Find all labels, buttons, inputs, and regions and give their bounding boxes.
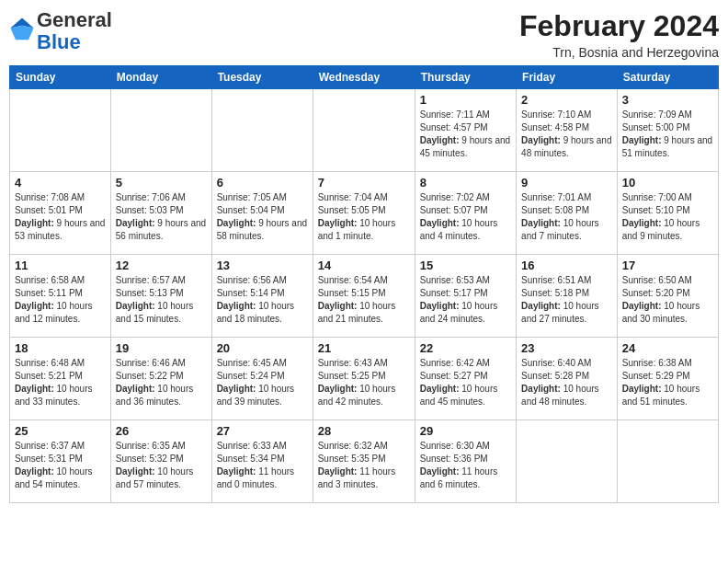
- calendar-cell: 29Sunrise: 6:30 AMSunset: 5:36 PMDayligh…: [415, 420, 516, 503]
- weekday-header-row: SundayMondayTuesdayWednesdayThursdayFrid…: [10, 66, 719, 89]
- calendar-cell: [313, 89, 415, 172]
- day-number: 18: [15, 341, 106, 355]
- calendar-cell: 25Sunrise: 6:37 AMSunset: 5:31 PMDayligh…: [10, 420, 111, 503]
- calendar-cell: 6Sunrise: 7:05 AMSunset: 5:04 PMDaylight…: [211, 172, 313, 255]
- day-number: 7: [318, 176, 410, 190]
- day-info: Sunrise: 6:58 AMSunset: 5:11 PMDaylight:…: [15, 274, 106, 326]
- day-number: 22: [420, 341, 511, 355]
- calendar-cell: 3Sunrise: 7:09 AMSunset: 5:00 PMDaylight…: [617, 89, 718, 172]
- day-info: Sunrise: 6:40 AMSunset: 5:28 PMDaylight:…: [521, 357, 612, 408]
- calendar-week-row: 25Sunrise: 6:37 AMSunset: 5:31 PMDayligh…: [10, 420, 719, 503]
- day-info: Sunrise: 6:56 AMSunset: 5:14 PMDaylight:…: [217, 274, 308, 326]
- day-info: Sunrise: 7:05 AMSunset: 5:04 PMDaylight:…: [217, 191, 308, 243]
- page-header: General Blue February 2024 Trn, Bosnia a…: [9, 9, 719, 60]
- calendar-cell: 16Sunrise: 6:51 AMSunset: 5:18 PMDayligh…: [517, 255, 618, 338]
- calendar-cell: 26Sunrise: 6:35 AMSunset: 5:32 PMDayligh…: [110, 420, 211, 503]
- title-block: February 2024 Trn, Bosnia and Herzegovin…: [519, 9, 719, 60]
- calendar-week-row: 1Sunrise: 7:11 AMSunset: 4:57 PMDaylight…: [10, 89, 719, 172]
- weekday-header-saturday: Saturday: [617, 66, 718, 89]
- calendar-cell: 28Sunrise: 6:32 AMSunset: 5:35 PMDayligh…: [313, 420, 415, 503]
- logo-icon: [9, 17, 35, 42]
- weekday-header-tuesday: Tuesday: [211, 66, 313, 89]
- day-number: 15: [420, 259, 511, 272]
- calendar-cell: 15Sunrise: 6:53 AMSunset: 5:17 PMDayligh…: [415, 255, 516, 338]
- calendar-cell: 27Sunrise: 6:33 AMSunset: 5:34 PMDayligh…: [211, 420, 313, 503]
- weekday-header-thursday: Thursday: [415, 66, 516, 89]
- day-number: 1: [420, 93, 511, 107]
- day-info: Sunrise: 7:01 AMSunset: 5:08 PMDaylight:…: [521, 191, 612, 243]
- day-number: 26: [116, 424, 207, 438]
- day-info: Sunrise: 6:42 AMSunset: 5:27 PMDaylight:…: [420, 357, 511, 408]
- day-info: Sunrise: 6:45 AMSunset: 5:24 PMDaylight:…: [217, 357, 308, 408]
- calendar-cell: 9Sunrise: 7:01 AMSunset: 5:08 PMDaylight…: [517, 172, 618, 255]
- calendar-cell: 5Sunrise: 7:06 AMSunset: 5:03 PMDaylight…: [110, 172, 211, 255]
- calendar-cell: 19Sunrise: 6:46 AMSunset: 5:22 PMDayligh…: [110, 338, 211, 420]
- day-number: 29: [420, 424, 511, 438]
- day-number: 20: [217, 341, 308, 355]
- day-number: 17: [622, 259, 713, 272]
- day-info: Sunrise: 6:57 AMSunset: 5:13 PMDaylight:…: [116, 274, 207, 326]
- day-number: 6: [217, 176, 308, 190]
- day-number: 11: [15, 259, 106, 272]
- day-info: Sunrise: 7:11 AMSunset: 4:57 PMDaylight:…: [420, 109, 511, 160]
- day-info: Sunrise: 7:04 AMSunset: 5:05 PMDaylight:…: [318, 191, 410, 243]
- day-info: Sunrise: 6:30 AMSunset: 5:36 PMDaylight:…: [420, 440, 511, 491]
- calendar-cell: 22Sunrise: 6:42 AMSunset: 5:27 PMDayligh…: [415, 338, 516, 420]
- day-number: 28: [318, 424, 410, 438]
- calendar-cell: 1Sunrise: 7:11 AMSunset: 4:57 PMDaylight…: [415, 89, 516, 172]
- calendar-cell: 10Sunrise: 7:00 AMSunset: 5:10 PMDayligh…: [617, 172, 718, 255]
- day-number: 23: [521, 341, 612, 355]
- calendar-week-row: 11Sunrise: 6:58 AMSunset: 5:11 PMDayligh…: [10, 255, 719, 338]
- day-info: Sunrise: 7:00 AMSunset: 5:10 PMDaylight:…: [622, 191, 713, 243]
- calendar-cell: 20Sunrise: 6:45 AMSunset: 5:24 PMDayligh…: [211, 338, 313, 420]
- day-info: Sunrise: 6:54 AMSunset: 5:15 PMDaylight:…: [318, 274, 410, 326]
- calendar-cell: 4Sunrise: 7:08 AMSunset: 5:01 PMDaylight…: [10, 172, 111, 255]
- weekday-header-monday: Monday: [110, 66, 211, 89]
- calendar-cell: [211, 89, 313, 172]
- calendar-cell: 14Sunrise: 6:54 AMSunset: 5:15 PMDayligh…: [313, 255, 415, 338]
- day-number: 14: [318, 259, 410, 272]
- calendar-week-row: 18Sunrise: 6:48 AMSunset: 5:21 PMDayligh…: [10, 338, 719, 420]
- calendar-cell: 23Sunrise: 6:40 AMSunset: 5:28 PMDayligh…: [517, 338, 618, 420]
- calendar-cell: 7Sunrise: 7:04 AMSunset: 5:05 PMDaylight…: [313, 172, 415, 255]
- day-number: 3: [622, 93, 713, 107]
- calendar-cell: 2Sunrise: 7:10 AMSunset: 4:58 PMDaylight…: [517, 89, 618, 172]
- day-number: 4: [15, 176, 106, 190]
- calendar-week-row: 4Sunrise: 7:08 AMSunset: 5:01 PMDaylight…: [10, 172, 719, 255]
- day-info: Sunrise: 7:08 AMSunset: 5:01 PMDaylight:…: [15, 191, 106, 243]
- day-info: Sunrise: 6:50 AMSunset: 5:20 PMDaylight:…: [622, 274, 713, 326]
- day-number: 9: [521, 176, 612, 190]
- day-number: 27: [217, 424, 308, 438]
- weekday-header-wednesday: Wednesday: [313, 66, 415, 89]
- calendar-cell: 11Sunrise: 6:58 AMSunset: 5:11 PMDayligh…: [10, 255, 111, 338]
- day-number: 25: [15, 424, 106, 438]
- calendar-cell: 18Sunrise: 6:48 AMSunset: 5:21 PMDayligh…: [10, 338, 111, 420]
- day-info: Sunrise: 7:06 AMSunset: 5:03 PMDaylight:…: [116, 191, 207, 243]
- day-number: 13: [217, 259, 308, 272]
- day-info: Sunrise: 6:51 AMSunset: 5:18 PMDaylight:…: [521, 274, 612, 326]
- day-info: Sunrise: 6:48 AMSunset: 5:21 PMDaylight:…: [15, 357, 106, 408]
- calendar-cell: 17Sunrise: 6:50 AMSunset: 5:20 PMDayligh…: [617, 255, 718, 338]
- day-info: Sunrise: 6:46 AMSunset: 5:22 PMDaylight:…: [116, 357, 207, 408]
- day-info: Sunrise: 7:02 AMSunset: 5:07 PMDaylight:…: [420, 191, 511, 243]
- calendar-cell: [617, 420, 718, 503]
- day-number: 8: [420, 176, 511, 190]
- day-info: Sunrise: 6:38 AMSunset: 5:29 PMDaylight:…: [622, 357, 713, 408]
- logo-blue-text: Blue: [37, 30, 81, 53]
- calendar-cell: 24Sunrise: 6:38 AMSunset: 5:29 PMDayligh…: [617, 338, 718, 420]
- logo: General Blue: [9, 9, 112, 53]
- day-info: Sunrise: 7:10 AMSunset: 4:58 PMDaylight:…: [521, 109, 612, 160]
- calendar-cell: [10, 89, 111, 172]
- calendar-cell: 12Sunrise: 6:57 AMSunset: 5:13 PMDayligh…: [110, 255, 211, 338]
- calendar-table: SundayMondayTuesdayWednesdayThursdayFrid…: [9, 65, 719, 503]
- calendar-cell: [517, 420, 618, 503]
- calendar-cell: 21Sunrise: 6:43 AMSunset: 5:25 PMDayligh…: [313, 338, 415, 420]
- weekday-header-friday: Friday: [517, 66, 618, 89]
- day-info: Sunrise: 6:43 AMSunset: 5:25 PMDaylight:…: [318, 357, 410, 408]
- day-number: 21: [318, 341, 410, 355]
- day-number: 2: [521, 93, 612, 107]
- weekday-header-sunday: Sunday: [10, 66, 111, 89]
- calendar-cell: 8Sunrise: 7:02 AMSunset: 5:07 PMDaylight…: [415, 172, 516, 255]
- day-info: Sunrise: 6:35 AMSunset: 5:32 PMDaylight:…: [116, 440, 207, 491]
- day-number: 19: [116, 341, 207, 355]
